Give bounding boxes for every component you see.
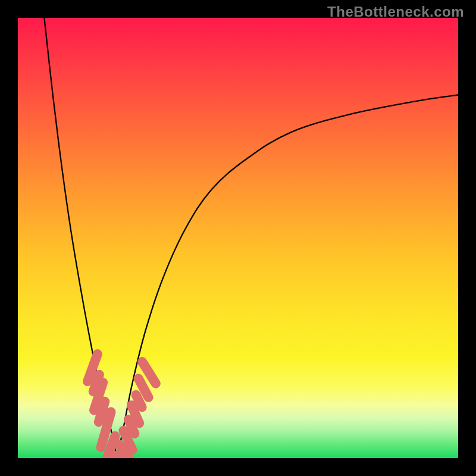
curve-right <box>117 95 459 459</box>
curve-left <box>44 18 117 458</box>
bottleneck-chart: TheBottleneck.com <box>0 0 476 476</box>
curve-layer <box>18 18 458 458</box>
plot-area <box>18 18 458 458</box>
